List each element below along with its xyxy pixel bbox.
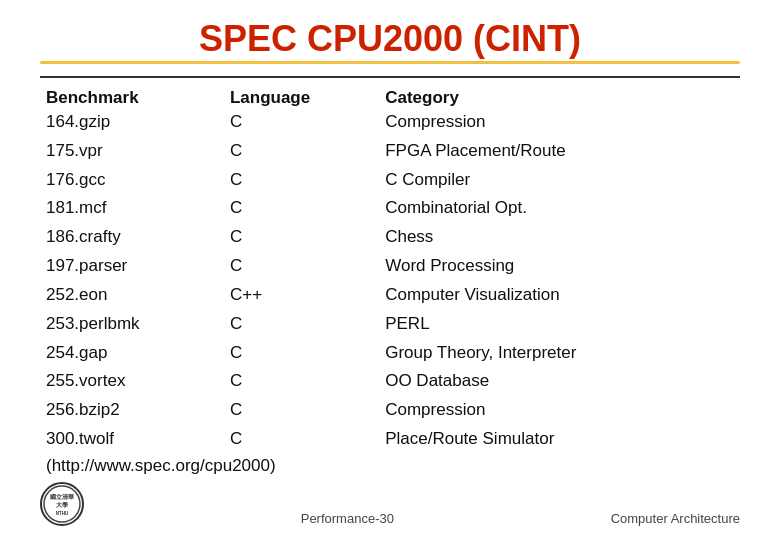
table-cell-11-0: 300.twolf <box>40 427 230 456</box>
table-row: 164.gzipCCompression <box>40 110 740 139</box>
table-cell-9-0: 255.vortex <box>40 369 230 398</box>
footer-left: 國立清華 大學 NTHU <box>40 482 84 526</box>
table-cell-7-1: C <box>230 312 385 341</box>
table-cell-11-1: C <box>230 427 385 456</box>
table-cell-6-2: Computer Visualization <box>385 283 740 312</box>
university-logo: 國立清華 大學 NTHU <box>40 482 84 526</box>
benchmark-table: Benchmark Language Category 164.gzipCCom… <box>40 86 740 456</box>
table-cell-3-0: 181.mcf <box>40 196 230 225</box>
table-cell-5-2: Word Processing <box>385 254 740 283</box>
table-cell-8-1: C <box>230 341 385 370</box>
slide-title: SPEC CPU2000 (CINT) <box>199 18 581 60</box>
table-cell-0-2: Compression <box>385 110 740 139</box>
table-cell-1-0: 175.vpr <box>40 139 230 168</box>
col-category-header: Category <box>385 86 740 110</box>
table-cell-5-1: C <box>230 254 385 283</box>
table-row: 300.twolfCPlace/Route Simulator <box>40 427 740 456</box>
table-row: 256.bzip2CCompression <box>40 398 740 427</box>
table-cell-3-1: C <box>230 196 385 225</box>
table-cell-2-1: C <box>230 168 385 197</box>
footer-right: Computer Architecture <box>611 511 740 526</box>
table-cell-2-0: 176.gcc <box>40 168 230 197</box>
slide: SPEC CPU2000 (CINT) Benchmark Language C… <box>0 0 780 540</box>
divider <box>40 76 740 78</box>
table-cell-4-2: Chess <box>385 225 740 254</box>
table-cell-0-0: 164.gzip <box>40 110 230 139</box>
footer-center: Performance-30 <box>84 511 611 526</box>
col-language-header: Language <box>230 86 385 110</box>
table-cell-6-0: 252.eon <box>40 283 230 312</box>
table-row: 175.vprCFPGA Placement/Route <box>40 139 740 168</box>
svg-text:大學: 大學 <box>55 501 68 508</box>
col-benchmark-header: Benchmark <box>40 86 230 110</box>
table-cell-11-2: Place/Route Simulator <box>385 427 740 456</box>
table-cell-0-1: C <box>230 110 385 139</box>
table-row: 186.craftyCChess <box>40 225 740 254</box>
url-line: (http://www.spec.org/cpu2000) <box>40 456 740 476</box>
table-cell-9-2: OO Database <box>385 369 740 398</box>
table-row: 255.vortexCOO Database <box>40 369 740 398</box>
table-row: 181.mcfCCombinatorial Opt. <box>40 196 740 225</box>
title-container: SPEC CPU2000 (CINT) <box>40 18 740 60</box>
table-cell-6-1: C++ <box>230 283 385 312</box>
table-cell-10-0: 256.bzip2 <box>40 398 230 427</box>
table-cell-1-1: C <box>230 139 385 168</box>
table-row: 197.parserCWord Processing <box>40 254 740 283</box>
table-row: 252.eonC++Computer Visualization <box>40 283 740 312</box>
table-row: 254.gapCGroup Theory, Interpreter <box>40 341 740 370</box>
table-header-row: Benchmark Language Category <box>40 86 740 110</box>
logo-svg: 國立清華 大學 NTHU <box>42 484 82 524</box>
table-cell-10-1: C <box>230 398 385 427</box>
svg-text:國立清華: 國立清華 <box>50 493 75 500</box>
table-cell-7-2: PERL <box>385 312 740 341</box>
table-cell-8-0: 254.gap <box>40 341 230 370</box>
table-row: 253.perlbmkCPERL <box>40 312 740 341</box>
title-underline <box>40 61 740 64</box>
table-cell-7-0: 253.perlbmk <box>40 312 230 341</box>
table-cell-2-2: C Compiler <box>385 168 740 197</box>
table-cell-5-0: 197.parser <box>40 254 230 283</box>
table-cell-8-2: Group Theory, Interpreter <box>385 341 740 370</box>
table-cell-1-2: FPGA Placement/Route <box>385 139 740 168</box>
table-row: 176.gccCC Compiler <box>40 168 740 197</box>
svg-text:NTHU: NTHU <box>56 511 69 516</box>
table-cell-4-0: 186.crafty <box>40 225 230 254</box>
table-cell-3-2: Combinatorial Opt. <box>385 196 740 225</box>
table-cell-9-1: C <box>230 369 385 398</box>
table-cell-10-2: Compression <box>385 398 740 427</box>
footer: 國立清華 大學 NTHU Performance-30 Computer Arc… <box>40 482 740 526</box>
table-cell-4-1: C <box>230 225 385 254</box>
